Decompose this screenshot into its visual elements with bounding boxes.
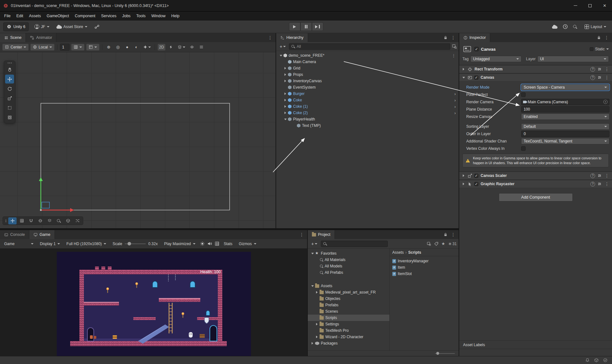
plane-distance-field[interactable]: 100	[521, 106, 609, 113]
close-button[interactable]: ×	[597, 0, 612, 11]
prefab-open-chevron-icon[interactable]: ›	[454, 91, 456, 96]
foldout-arrow-icon[interactable]	[463, 174, 464, 177]
play-maximized-dropdown[interactable]: Play Maximized	[162, 240, 197, 247]
component-enabled-checkbox[interactable]: ✓	[474, 174, 478, 178]
hierarchy-row[interactable]: Coke › ⋮	[276, 97, 459, 103]
add-component-button[interactable]: Add Component	[499, 193, 573, 201]
create-asset-button[interactable]: +	[310, 241, 319, 247]
project-search-input[interactable]	[321, 241, 388, 247]
hierarchy-row[interactable]: Grid › ⋮	[276, 65, 459, 71]
foldout-arrow-icon[interactable]	[316, 291, 318, 294]
foldout-arrow-icon[interactable]	[284, 67, 286, 69]
foldout-arrow-icon[interactable]	[463, 68, 464, 70]
view-tool-button[interactable]	[5, 65, 14, 74]
tab-animator[interactable]: Animator	[26, 33, 56, 42]
label-icon[interactable]	[434, 242, 439, 246]
scale-slider-knob[interactable]	[128, 242, 131, 245]
foldout-arrow-icon[interactable]	[284, 99, 286, 101]
gizmos-dropdown[interactable]: Gizmos	[237, 240, 258, 247]
rect-tool-button[interactable]	[5, 103, 14, 112]
menu-item[interactable]: Services	[98, 12, 119, 20]
menu-item[interactable]: Help	[168, 12, 182, 20]
search-icon[interactable]	[573, 25, 577, 29]
menu-item[interactable]: File	[1, 12, 13, 20]
foldout-arrow-icon[interactable]	[312, 342, 313, 345]
render-mode-dropdown[interactable]: Screen Space - Camera	[521, 84, 609, 91]
hierarchy-row[interactable]: Coke (1) › ⋮	[276, 103, 459, 110]
tab-hierarchy[interactable]: Hierarchy	[276, 33, 308, 42]
scale-tool-button[interactable]	[5, 94, 14, 103]
tab-inspector[interactable]: Inspector	[459, 33, 490, 42]
tab-scene[interactable]: Scene	[0, 33, 26, 42]
icon-size-knob[interactable]	[436, 352, 439, 355]
project-tree-row[interactable]: Packages	[308, 340, 389, 346]
hierarchy-row[interactable]: EventSystem › ⋮	[276, 84, 459, 91]
graphic-raycaster-header[interactable]: ✓ Graphic Raycaster ? ⋮	[459, 180, 612, 188]
move-tool-button[interactable]	[5, 75, 14, 84]
display-dropdown[interactable]: Display 1	[38, 240, 62, 247]
step-button[interactable]	[312, 22, 323, 31]
package-icon[interactable]	[594, 358, 599, 362]
scene-viewport[interactable]	[0, 52, 276, 228]
highlight-toggle-icon[interactable]	[200, 241, 205, 246]
grid-size-field[interactable]: 1	[60, 44, 70, 51]
help-icon[interactable]: ?	[590, 75, 595, 80]
collab-button[interactable]	[92, 22, 102, 31]
prefab-open-chevron-icon[interactable]: ›	[454, 104, 456, 109]
foldout-arrow-icon[interactable]	[284, 73, 286, 76]
audio-mute-icon[interactable]	[207, 241, 212, 246]
presets-icon[interactable]	[597, 173, 602, 178]
game-view-dropdown[interactable]: Game	[2, 240, 35, 247]
tab-project[interactable]: Project	[308, 230, 335, 239]
presets-icon[interactable]	[597, 67, 602, 71]
order-in-layer-field[interactable]: 0	[521, 131, 609, 137]
tag-dropdown[interactable]: Untagged	[470, 56, 521, 62]
project-tree-row[interactable]: Objectes	[308, 295, 389, 302]
pixel-perfect-checkbox[interactable]	[521, 92, 526, 97]
inspector-panel-menu-icon[interactable]: ⋮	[604, 35, 609, 40]
add-gameobject-button[interactable]: +	[278, 43, 287, 50]
hierarchy-row[interactable]: Text (TMP) › ⋮	[276, 122, 459, 129]
menu-item[interactable]: Component	[72, 12, 98, 20]
object-picker-icon[interactable]	[603, 100, 608, 104]
component-menu-icon[interactable]: ⋮	[604, 181, 610, 186]
favorites-filter-icon[interactable]: ★	[441, 241, 445, 246]
bell-icon[interactable]	[585, 358, 590, 362]
active-checkbox[interactable]: ✓	[474, 47, 479, 51]
project-tree-row[interactable]: Prefabs	[308, 302, 389, 308]
rect-transform-header[interactable]: Rect Transform ? ⋮	[459, 65, 612, 73]
vertex-color-checkbox[interactable]	[521, 146, 526, 151]
gizmo-toggle-half[interactable]: ◐	[133, 44, 140, 51]
file-row[interactable]: # InventoryManager	[390, 258, 459, 264]
gizmo-toggle-ring[interactable]: ◎	[114, 44, 122, 51]
transform-tool-button[interactable]	[5, 113, 14, 122]
icon-size-slider[interactable]	[435, 353, 455, 354]
unity-version-badge[interactable]: Unity 6	[3, 22, 29, 31]
file-row[interactable]: # ItemSlot	[390, 271, 459, 277]
layers-visibility-dropdown[interactable]	[176, 44, 187, 51]
breadcrumb-root[interactable]: Assets	[392, 250, 404, 255]
foldout-arrow-icon[interactable]	[284, 105, 286, 108]
overlay-grid-button[interactable]	[18, 217, 26, 224]
shader-channels-dropdown[interactable]: TexCoord1, Normal, Tangent	[521, 138, 609, 144]
project-tree-row[interactable]: Scenes	[308, 308, 389, 315]
render-camera-object-field[interactable]: Main Camera (Camera)	[521, 99, 609, 105]
overlay-move-button[interactable]	[8, 217, 17, 224]
overlay-search-button[interactable]	[55, 217, 63, 224]
component-enabled-checkbox[interactable]: ✓	[474, 76, 478, 80]
foldout-arrow-icon[interactable]	[316, 336, 318, 338]
menu-item[interactable]: Jobs	[119, 12, 133, 20]
help-icon[interactable]: ?	[590, 182, 595, 186]
hierarchy-row[interactable]: demo_scene_FREE* › ⋮	[276, 52, 459, 59]
tab-console[interactable]: Console	[0, 230, 29, 239]
project-tree-row[interactable]: Favorites	[308, 250, 389, 257]
overlay-drag-handle[interactable]	[5, 220, 6, 222]
palette-drag-handle[interactable]	[8, 62, 12, 63]
game-viewport[interactable]: Health: 100	[0, 249, 307, 356]
project-tree-row[interactable]: Assets	[308, 283, 389, 289]
snap-increment-dropdown[interactable]	[86, 44, 100, 51]
project-tree-row[interactable]: Scripts	[308, 315, 389, 321]
camera-settings-button[interactable]	[197, 44, 205, 51]
search-by-type-icon[interactable]	[427, 242, 431, 246]
cloud-icon[interactable]	[552, 26, 557, 29]
